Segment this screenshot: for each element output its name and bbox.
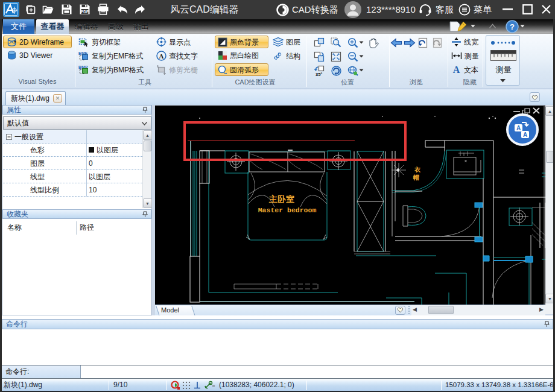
svg-text:A: A	[159, 52, 164, 60]
svg-text:主卧室: 主卧室	[268, 194, 294, 204]
svg-text:?: ?	[510, 22, 515, 31]
svg-text:Master bedroom: Master bedroom	[258, 206, 317, 214]
svg-text:PDF: PDF	[81, 10, 89, 14]
svg-text:A: A	[516, 125, 521, 131]
svg-text:衣: 衣	[414, 166, 421, 174]
svg-text:帽: 帽	[413, 174, 419, 182]
svg-text:A: A	[453, 65, 460, 75]
svg-text:A: A	[523, 131, 527, 138]
svg-text:35°: 35°	[316, 72, 322, 77]
